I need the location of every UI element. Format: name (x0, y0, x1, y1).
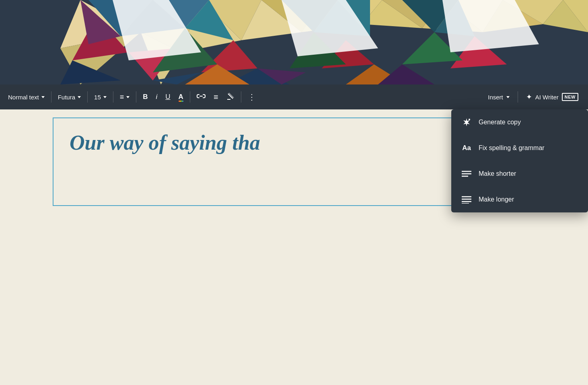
text-style-label: Normal text (8, 94, 39, 101)
italic-icon: i (156, 93, 158, 101)
font-size-chevron-icon (103, 96, 107, 98)
divider-4 (136, 91, 136, 103)
color-bar (179, 101, 183, 102)
hero-image (0, 0, 588, 84)
ai-writer-button[interactable]: ✦ AI Writer NEW (521, 90, 583, 104)
generate-copy-icon (461, 117, 472, 128)
more-options-icon: ⋮ (248, 92, 256, 102)
make-longer-label: Make longer (479, 196, 514, 203)
underline-button[interactable]: U (162, 91, 173, 103)
link-icon (197, 93, 206, 101)
fix-spelling-label: Fix spelling & grammar (479, 144, 545, 152)
line-height-chevron-icon (126, 96, 130, 98)
ai-writer-label: AI Writer (535, 94, 559, 101)
fix-spelling-icon: Aa (461, 142, 472, 154)
page-below (0, 214, 588, 375)
ai-writer-dropdown: Generate copy Aa Fix spelling & grammar … (451, 109, 588, 212)
new-badge: NEW (562, 93, 578, 101)
ai-writer-sparkle-icon: ✦ (526, 93, 532, 101)
generate-copy-item[interactable]: Generate copy (451, 109, 588, 135)
divider-2 (87, 91, 88, 103)
text-color-button[interactable]: A (175, 91, 187, 103)
insert-button[interactable]: Insert (483, 91, 514, 103)
make-shorter-icon (461, 168, 472, 179)
font-dropdown[interactable]: Futura (55, 91, 84, 103)
make-shorter-label: Make shorter (479, 170, 516, 177)
make-longer-item[interactable]: Make longer (451, 187, 588, 212)
clear-format-icon (226, 92, 234, 102)
line-height-dropdown[interactable]: ≡ (117, 91, 133, 104)
divider-5 (190, 91, 190, 103)
font-size-label: 15 (94, 94, 101, 101)
insert-label: Insert (488, 94, 503, 101)
align-icon: ≡ (214, 93, 218, 102)
toolbar: Normal text Futura 15 ≡ B i U A (0, 84, 588, 109)
link-button[interactable] (193, 91, 209, 104)
divider-1 (51, 91, 51, 103)
make-longer-icon (461, 194, 472, 205)
svg-point-49 (469, 119, 470, 120)
font-size-dropdown[interactable]: 15 (91, 91, 110, 103)
text-style-dropdown[interactable]: Normal text (5, 91, 48, 103)
underline-icon: U (165, 93, 170, 101)
text-style-chevron-icon (41, 96, 45, 98)
text-color-icon: A (179, 93, 183, 101)
more-options-button[interactable]: ⋮ (245, 90, 259, 104)
font-chevron-icon (78, 96, 81, 98)
bold-icon: B (143, 93, 148, 101)
line-height-icon: ≡ (120, 93, 124, 101)
generate-copy-label: Generate copy (479, 119, 521, 126)
insert-chevron-icon (506, 96, 510, 98)
align-button[interactable]: ≡ (210, 90, 222, 104)
bold-button[interactable]: B (140, 91, 151, 103)
clear-format-button[interactable] (223, 90, 238, 105)
italic-button[interactable]: i (153, 91, 161, 103)
divider-3 (113, 91, 113, 103)
divider-6 (241, 91, 241, 103)
font-label: Futura (58, 94, 75, 101)
divider-7 (518, 91, 518, 103)
fix-spelling-item[interactable]: Aa Fix spelling & grammar (451, 135, 588, 161)
make-shorter-item[interactable]: Make shorter (451, 161, 588, 187)
